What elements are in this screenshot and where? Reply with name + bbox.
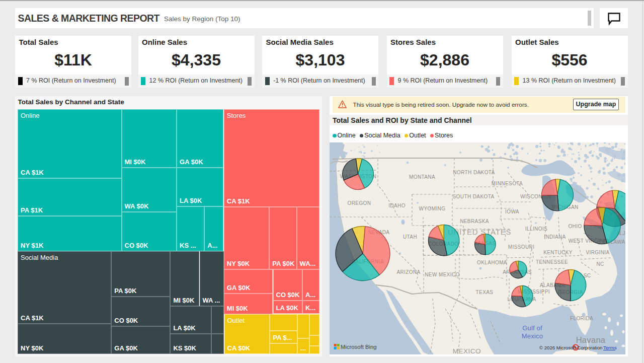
svg-text:IDAHO: IDAHO (388, 203, 406, 208)
svg-text:MINNESOTA: MINNESOTA (492, 181, 523, 186)
svg-text:NEBRASKA: NEBRASKA (460, 219, 489, 224)
svg-text:OKLAHOMA: OKLAHOMA (477, 260, 507, 265)
svg-text:ARIZONA: ARIZONA (396, 269, 420, 275)
svg-text:© 2026 Microsoft Corporation: © 2026 Microsoft Corporation (539, 345, 602, 350)
svg-text:SOUTH DAKOTA: SOUTH DAKOTA (453, 194, 495, 199)
svg-text:MEXICO: MEXICO (453, 347, 481, 354)
svg-text:Microsoft Bing: Microsoft Bing (341, 344, 377, 350)
svg-text:NEW MEXICO: NEW MEXICO (425, 272, 460, 277)
svg-text:TENNESSEE: TENNESSEE (536, 259, 568, 265)
svg-text:OHIO: OHIO (568, 224, 582, 229)
svg-text:Mexico: Mexico (522, 332, 543, 340)
svg-text:IOWA: IOWA (505, 209, 519, 214)
svg-text:VIRGINIA: VIRGINIA (586, 250, 609, 255)
svg-text:NC: NC (596, 261, 604, 267)
svg-text:MONTANA: MONTANA (409, 174, 435, 180)
svg-text:Havana: Havana (576, 335, 606, 344)
svg-text:FLORIDA: FLORIDA (570, 316, 593, 321)
svg-text:ILLINOIS: ILLINOIS (525, 226, 547, 232)
svg-text:Gulf of: Gulf of (522, 324, 542, 332)
svg-text:Terms: Terms (603, 345, 617, 350)
svg-text:KENTUCKY: KENTUCKY (543, 250, 573, 255)
svg-text:INDIANA: INDIANA (544, 234, 566, 240)
svg-text:WYOMING: WYOMING (419, 206, 446, 211)
svg-text:MISSOURI: MISSOURI (508, 244, 535, 250)
svg-text:UTAH: UTAH (403, 234, 417, 240)
svg-text:TEXAS: TEXAS (476, 289, 494, 295)
svg-text:OREGON: OREGON (348, 200, 371, 206)
svg-text:SC: SC (584, 273, 591, 278)
svg-text:NORTH DAKOTA: NORTH DAKOTA (453, 170, 495, 175)
